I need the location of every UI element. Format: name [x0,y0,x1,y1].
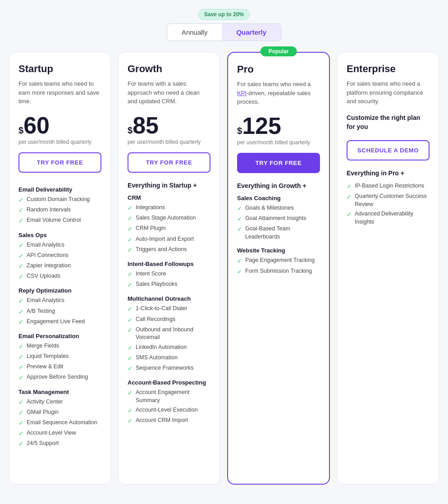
feature-label-startup-3-1: Liquid Templates [27,353,69,361]
feature-item-growth-3-1: ✓ Account-Level Execution [128,406,210,415]
section-header-startup-2: Reply Optimization [18,287,101,294]
cta-btn-startup[interactable]: TRY FOR FREE [18,152,101,173]
check-icon-growth-2-2: ✓ [128,326,133,334]
feature-item-enterprise-0-1: ✓ Quarterly Customer Success Review [347,192,430,208]
feature-label-startup-4-0: Activity Center [27,398,63,406]
feature-label-growth-0-3: Auto-Import and Export [136,235,194,243]
plan-desc-startup: For sales teams who need to earn more re… [18,79,101,106]
feature-label-startup-1-2: Zapier Integration [27,262,71,270]
check-icon-startup-2-1: ✓ [18,308,23,316]
price-amount-growth: 85 [133,114,159,137]
feature-item-startup-3-3: ✓ Approve Before Sending [18,373,101,382]
check-icon-growth-0-2: ✓ [128,225,133,233]
price-period-startup: per user/month billed quarterly [18,139,101,145]
feature-label-pro-1-0: Page Engagement Tracking [245,257,315,265]
feature-section-startup-0: Email Deliverability ✓ Custom Domain Tra… [18,186,101,225]
plan-card-enterprise: EnterpriseFor sales teams who need a pla… [337,52,439,485]
check-icon-growth-3-2: ✓ [128,417,133,425]
feature-item-startup-4-2: ✓ Email Sequence Automation [18,419,101,427]
feature-label-growth-2-3: LinkedIn Automation [136,344,187,352]
feature-label-startup-4-1: GMail Plugin [27,408,59,417]
feature-label-growth-3-1: Account-Level Execution [136,406,198,414]
feature-label-growth-0-0: Integrations [136,204,165,212]
feature-label-startup-2-2: Engagement Live Feed [27,318,85,326]
feature-item-startup-4-3: ✓ Account-Level View [18,429,101,438]
feature-label-enterprise-0-2: Advanced Deliverability Insights [355,210,430,226]
check-icon-pro-1-0: ✓ [237,257,242,265]
cta-btn-growth[interactable]: TRY FOR FREE [128,152,210,173]
feature-item-startup-0-0: ✓ Custom Domain Tracking [18,196,101,204]
feature-item-growth-2-3: ✓ LinkedIn Automation [128,344,210,352]
cta-btn-enterprise[interactable]: SCHEDULE A DEMO [347,140,430,160]
feature-label-growth-2-5: Sequence Frameworks [136,364,194,372]
feature-item-startup-4-4: ✓ 24/5 Support [18,440,101,448]
check-icon-startup-3-2: ✓ [18,363,23,371]
feature-item-startup-0-1: ✓ Random Intervals [18,206,101,215]
feature-label-growth-2-4: SMS Automation [136,354,178,362]
feature-item-startup-1-0: ✓ Email Analytics [18,241,101,250]
check-icon-growth-2-3: ✓ [128,344,133,352]
check-icon-enterprise-0-0: ✓ [347,183,352,191]
feature-item-pro-0-2: ✓ Goal-Based Team Leaderboards [237,225,320,241]
plan-desc-enterprise: For sales teams who need a platform ensu… [347,79,430,106]
feature-item-startup-3-2: ✓ Preview & Edit [18,363,101,371]
feature-item-pro-1-0: ✓ Page Engagement Tracking [237,257,320,265]
feature-item-startup-1-1: ✓ API Connections [18,252,101,260]
feature-section-growth-3: Account-Based Prospecting ✓ Account Enga… [128,379,210,425]
check-icon-enterprise-0-2: ✓ [347,211,352,219]
everything-in-enterprise: Everything in Pro + [347,170,430,177]
popular-badge: Popular [261,46,297,56]
feature-item-growth-0-4: ✓ Triggers and Actions [128,246,210,254]
check-icon-growth-0-4: ✓ [128,246,133,254]
feature-label-startup-4-3: Account-Level View [27,429,76,437]
check-icon-startup-4-2: ✓ [18,419,23,427]
everything-in-pro: Everything in Growth + [237,182,320,189]
feature-section-startup-4: Task Management ✓ Activity Center ✓ GMai… [18,389,101,449]
feature-label-startup-3-3: Approve Before Sending [27,373,88,381]
feature-item-startup-4-0: ✓ Activity Center [18,398,101,407]
check-icon-growth-2-1: ✓ [128,316,133,324]
feature-label-pro-0-2: Goal-Based Team Leaderboards [245,225,320,241]
feature-label-pro-0-0: Goals & Milestones [245,204,294,212]
feature-label-enterprise-0-0: IP-Based Login Restrictions [355,182,424,190]
check-icon-pro-0-2: ✓ [237,225,242,234]
feature-section-growth-2: Multichannel Outreach ✓ 1-Click-to-Call … [128,295,210,373]
feature-label-startup-1-1: API Connections [27,252,69,260]
annually-toggle[interactable]: Annually [167,24,222,41]
plan-name-pro: Pro [237,64,320,75]
check-icon-growth-3-0: ✓ [128,389,133,397]
feature-section-pro-1: Website Tracking ✓ Page Engagement Track… [237,247,320,275]
everything-in-growth: Everything in Startup + [128,182,210,189]
feature-section-growth-1: Intent-Based Followups ✓ Intent Score ✓ … [128,261,210,289]
feature-item-startup-4-1: ✓ GMail Plugin [18,408,101,417]
section-header-growth-1: Intent-Based Followups [128,261,210,267]
check-icon-startup-3-1: ✓ [18,353,23,361]
check-icon-startup-4-3: ✓ [18,430,23,438]
check-icon-startup-1-1: ✓ [18,252,23,260]
feature-item-startup-3-0: ✓ Merge Fields [18,342,101,351]
plan-name-growth: Growth [128,63,210,75]
price-amount-pro: 125 [242,114,281,137]
feature-item-enterprise-0-0: ✓ IP-Based Login Restrictions [347,182,430,191]
section-header-growth-3: Account-Based Prospecting [128,379,210,386]
cta-btn-pro[interactable]: TRY FOR FREE [237,153,320,173]
check-icon-pro-0-1: ✓ [237,215,242,223]
check-icon-startup-4-1: ✓ [18,409,23,417]
feature-item-growth-3-2: ✓ Account CRM Import [128,417,210,425]
feature-label-growth-0-2: CRM Plugin [136,225,166,233]
feature-label-growth-2-0: 1-Click-to-Call Dialer [136,305,187,313]
feature-label-startup-0-2: Email Volume Control [27,216,81,225]
feature-item-startup-1-2: ✓ Zapier Integration [18,262,101,270]
section-header-pro-0: Sales Coaching [237,195,320,202]
feature-label-growth-1-1: Sales Playbooks [136,280,177,289]
check-icon-growth-0-0: ✓ [128,204,133,212]
feature-label-pro-0-1: Goal Attainment Insights [245,215,306,223]
kpi-link[interactable]: KPI [237,90,247,96]
price-row-pro: $ 125 [237,114,320,137]
check-icon-startup-3-0: ✓ [18,343,23,351]
check-icon-growth-1-0: ✓ [128,270,133,279]
price-amount-startup: 60 [23,114,50,137]
quarterly-toggle[interactable]: Quarterly [222,24,281,41]
check-icon-growth-2-5: ✓ [128,365,133,373]
price-row-startup: $ 60 [18,114,101,137]
